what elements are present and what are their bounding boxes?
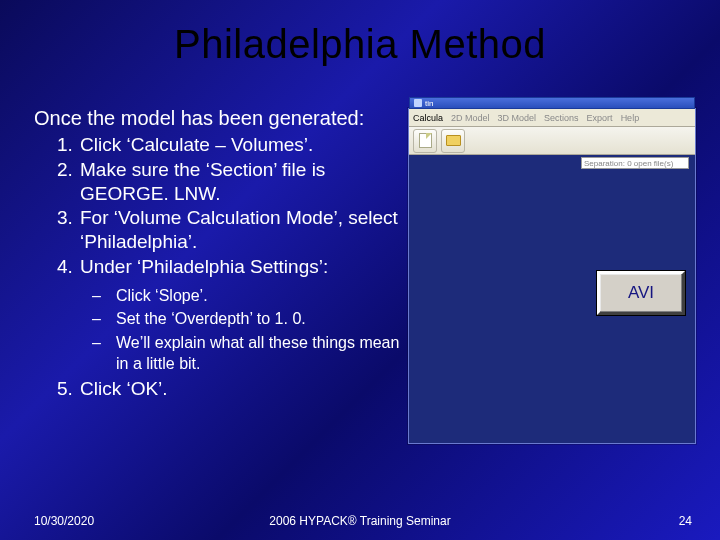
status-box: Separation: 0 open file(s): [581, 157, 689, 169]
substep-2: Set the ‘Overdepth’ to 1. 0.: [92, 308, 402, 330]
toolbar-button-new[interactable]: [413, 129, 437, 153]
step-4: Under ‘Philadelphia Settings’: Click ‘Sl…: [78, 255, 402, 375]
open-folder-icon: [446, 135, 461, 146]
slide: Philadelphia Method Once the model has b…: [0, 0, 720, 540]
app-icon: [414, 99, 422, 107]
step-4-text: Under ‘Philadelphia Settings’:: [80, 256, 328, 277]
window-titlebar: tin: [409, 97, 695, 109]
avi-button[interactable]: AVI: [597, 271, 685, 315]
toolbar-button-open[interactable]: [441, 129, 465, 153]
menu-item[interactable]: Sections: [544, 113, 579, 123]
toolbar: [409, 127, 695, 155]
new-file-icon: [419, 133, 432, 148]
main-list: Click ‘Calculate – Volumes’. Make sure t…: [34, 133, 402, 401]
menu-item[interactable]: 2D Model: [451, 113, 490, 123]
menu-bar: Calcula 2D Model 3D Model Sections Expor…: [409, 109, 695, 127]
avi-label: AVI: [628, 283, 654, 303]
body-text: Once the model has been generated: Click…: [34, 106, 402, 402]
step-1: Click ‘Calculate – Volumes’.: [78, 133, 402, 157]
footer-center: 2006 HYPACK® Training Seminar: [0, 514, 720, 528]
window-title: tin: [425, 99, 433, 108]
menu-item[interactable]: Calcula: [413, 113, 443, 123]
footer-page-number: 24: [679, 514, 692, 528]
sub-list: Click ‘Slope’. Set the ‘Overdepth’ to 1.…: [80, 285, 402, 375]
menu-item[interactable]: 3D Model: [498, 113, 537, 123]
menu-item[interactable]: Help: [621, 113, 640, 123]
intro-line: Once the model has been generated:: [34, 106, 402, 131]
slide-title: Philadelphia Method: [0, 22, 720, 67]
screenshot-panel: tin Calcula 2D Model 3D Model Sections E…: [408, 108, 696, 444]
substep-1: Click ‘Slope’.: [92, 285, 402, 307]
substep-3: We’ll explain what all these things mean…: [92, 332, 402, 375]
menu-item[interactable]: Export: [587, 113, 613, 123]
step-2: Make sure the ‘Section’ file is GEORGE. …: [78, 158, 402, 206]
step-3: For ‘Volume Calculation Mode’, select ‘P…: [78, 206, 402, 254]
step-5: Click ‘OK’.: [78, 377, 402, 401]
